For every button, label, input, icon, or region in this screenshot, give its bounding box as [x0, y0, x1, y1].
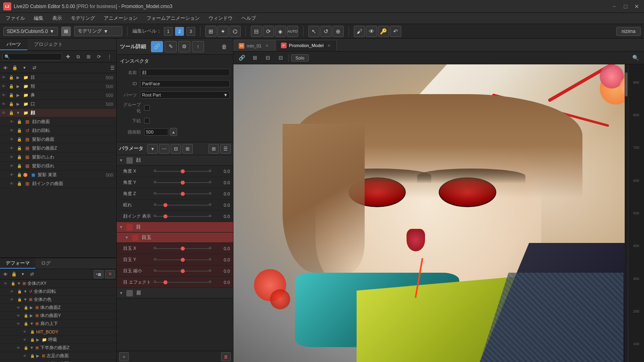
- item-eye-icon[interactable]: 👁: [0, 100, 7, 109]
- param-slider-face-ink[interactable]: [154, 213, 211, 220]
- params-grid-button[interactable]: ⊞: [182, 144, 193, 154]
- menu-modeling[interactable]: モデリング: [67, 13, 99, 23]
- tab-log[interactable]: ログ: [35, 258, 56, 269]
- deformer-item[interactable]: 👁 🔒 ▼ ↺ 全体の回転: [0, 288, 116, 296]
- list-item-face[interactable]: 👁 🔒 ▼ 📁 顔: [0, 109, 116, 117]
- param-row-angle-y[interactable]: 角度 Y 0.0: [117, 177, 233, 188]
- param-row-face-ink[interactable]: 顔インク 表示 0.0: [117, 211, 233, 222]
- tool-edit-button[interactable]: ✎: [165, 41, 177, 52]
- rotate-button[interactable]: ↺: [320, 26, 332, 37]
- maximize-button[interactable]: □: [621, 2, 630, 10]
- tab-promotion-model[interactable]: P Promotion_Model ✕: [276, 40, 337, 51]
- model-tab-close[interactable]: ✕: [326, 43, 332, 48]
- menu-window[interactable]: ウィンドウ: [204, 13, 237, 23]
- def-lock-icon[interactable]: 🔒: [23, 303, 29, 312]
- item-lock-icon[interactable]: 🔒: [8, 100, 14, 109]
- param-slider-eye-effect[interactable]: [154, 279, 211, 286]
- param-row-angle-z[interactable]: 角度 Z 0.0: [117, 188, 233, 200]
- level-3-button[interactable]: 3: [186, 27, 195, 36]
- item-eye-icon[interactable]: 👁: [0, 82, 7, 91]
- parts-refresh-button[interactable]: ⟳: [95, 52, 103, 61]
- item-eye-icon[interactable]: 👁: [8, 153, 15, 162]
- parts-menu-button[interactable]: ⋮: [105, 52, 114, 61]
- snap-button[interactable]: ⟳: [263, 26, 274, 37]
- param-slider-eye-shrink[interactable]: [154, 268, 211, 274]
- param-slider-angle-y[interactable]: [154, 179, 211, 186]
- def-lock-icon[interactable]: 🔒: [29, 360, 35, 362]
- param-thumb[interactable]: [163, 280, 167, 284]
- param-group-expand-icon[interactable]: ▼: [119, 225, 125, 229]
- def-lock-icon[interactable]: 🔒: [29, 335, 35, 344]
- param-thumb[interactable]: [163, 214, 167, 218]
- def-lock-icon[interactable]: 🔒: [29, 352, 35, 360]
- list-item[interactable]: 👁 🔒 ⊞ 顔インクの曲面: [0, 179, 116, 188]
- item-eye-icon[interactable]: 👁: [8, 135, 15, 144]
- def-lock-button[interactable]: 🔒: [10, 271, 18, 278]
- grid-button[interactable]: ⊟: [251, 26, 262, 37]
- canvas-link-button[interactable]: 🔗: [237, 53, 247, 63]
- canvas-grid-button[interactable]: ⊟: [275, 53, 286, 63]
- params-list-button[interactable]: ⋯: [159, 144, 169, 154]
- mtn-tab-close[interactable]: ✕: [264, 43, 270, 49]
- close-button[interactable]: ✕: [633, 2, 641, 10]
- level-1-button[interactable]: 1: [164, 27, 173, 36]
- list-item[interactable]: 👁 🔒 ⊞ 髪影の揺れ: [0, 162, 116, 171]
- param-row-angle-x[interactable]: 角度 X 0.0: [117, 166, 233, 177]
- deform-tool-button[interactable]: ⌬: [229, 26, 241, 37]
- solo-button[interactable]: Solo: [291, 54, 309, 62]
- mode-dropdown[interactable]: モデリング ▼: [74, 26, 122, 36]
- deformer-item-hit-body[interactable]: 👁 🔒 HIT_BODY: [0, 328, 116, 336]
- tool-arrow-button[interactable]: ↑: [192, 41, 204, 52]
- param-thumb[interactable]: [181, 169, 185, 173]
- param-slider-angle-x[interactable]: [154, 168, 211, 175]
- tab-project[interactable]: プロジェクト: [27, 39, 69, 50]
- deformer-delete-button[interactable]: 🗑: [221, 352, 231, 361]
- item-eye-icon[interactable]: 👁: [8, 179, 15, 188]
- canvas-search-button[interactable]: 🔍: [630, 53, 641, 63]
- item-lock-icon[interactable]: 🔒: [8, 109, 14, 117]
- param-row-eye-shrink[interactable]: 目玉 縮小 0.0: [117, 265, 233, 277]
- minimize-button[interactable]: －: [610, 2, 618, 10]
- param-group-eye[interactable]: ▼ 目: [117, 222, 233, 232]
- deformer-item[interactable]: 👁 🔒 ▶ ⊞ 体の曲面Y: [0, 312, 116, 320]
- param-thumb[interactable]: [181, 247, 185, 251]
- undo-button[interactable]: ↶: [390, 26, 401, 37]
- parts-copy-button[interactable]: ⧉: [74, 52, 83, 61]
- item-lock-icon[interactable]: 🔒: [8, 91, 14, 100]
- magnet-button[interactable]: ◈: [275, 26, 286, 37]
- item-expand-icon[interactable]: ▼: [15, 111, 21, 115]
- list-item[interactable]: 👁 🔒 ⊞ 髪影の曲面: [0, 135, 116, 144]
- canvas-mesh-button[interactable]: ⊞: [250, 53, 260, 63]
- list-item[interactable]: 👁 🔒 ▶ 📁 鼻 500: [0, 91, 116, 100]
- inspector-parts-dropdown[interactable]: Root Part ▼: [140, 91, 230, 99]
- def-expand-icon[interactable]: ▼: [17, 281, 22, 286]
- item-lock-icon[interactable]: 🔒: [16, 153, 23, 162]
- item-expand-icon[interactable]: ▶: [15, 84, 21, 88]
- param-row-eye-y[interactable]: 目玉 Y 0.0: [117, 254, 233, 265]
- param-group-expand-icon[interactable]: ▼: [125, 235, 130, 240]
- deformer-item[interactable]: 👁 🔒 ▼ ⊞ 下半身の曲面Z: [0, 344, 116, 352]
- deformer-item[interactable]: 👁 🔒 ▶ 📁 呼吸: [0, 336, 116, 344]
- inspector-draft-checkbox[interactable]: [144, 118, 150, 123]
- def-add-button[interactable]: +▦: [94, 270, 103, 278]
- param-row-eye-effect[interactable]: 目 エフェクト 0.0: [117, 277, 233, 288]
- list-item[interactable]: 👁 🔒 ⊞ 顔の曲面: [0, 117, 116, 126]
- parts-settings-button[interactable]: ☰: [110, 65, 115, 71]
- paint-button[interactable]: 🖌: [354, 26, 365, 37]
- item-eye-icon[interactable]: 👁: [8, 117, 15, 126]
- list-item[interactable]: 👁 🔒 ⊞ 髪影の曲面Z: [0, 144, 116, 153]
- level-2-button[interactable]: 2: [175, 27, 184, 36]
- def-eye-icon[interactable]: 👁: [21, 327, 28, 336]
- def-expand-icon[interactable]: ▶: [36, 337, 41, 342]
- menu-edit[interactable]: 編集: [30, 13, 47, 23]
- param-slider-eye-y[interactable]: [154, 257, 211, 263]
- def-eye-icon[interactable]: 👁: [8, 287, 15, 296]
- item-expand-icon[interactable]: ▶: [15, 93, 21, 97]
- item-lock-icon[interactable]: 🔒: [16, 135, 23, 144]
- item-lock-icon[interactable]: 🔒: [8, 82, 14, 91]
- canvas-viewport[interactable]: 900 800 700 600 500 400 300 200 100: [233, 64, 644, 362]
- inspector-group-checkbox[interactable]: [144, 105, 150, 111]
- tab-deformer[interactable]: デフォーマ: [0, 258, 35, 269]
- menu-form-animation[interactable]: フォームアニメーション: [142, 13, 204, 23]
- item-eye-icon[interactable]: 👁: [8, 162, 15, 171]
